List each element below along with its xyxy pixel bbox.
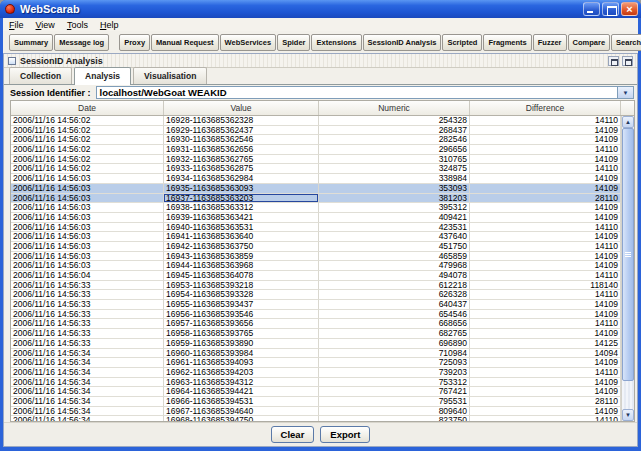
cell-difference[interactable]: 14109 [470,378,621,388]
cell-date[interactable]: 2006/11/16 14:56:03 [11,232,164,242]
cell-numeric[interactable]: 823750 [319,416,470,421]
toolbar-tab-spider[interactable]: Spider [277,34,310,51]
cell-date[interactable]: 2006/11/16 14:56:33 [11,281,164,291]
cell-value[interactable]: 16945-1163685364078 [164,271,319,281]
cell-numeric[interactable]: 654546 [319,310,470,320]
table-row[interactable]: 2006/11/16 14:56:3316953-116368539321861… [11,281,621,291]
cell-value[interactable]: 16953-1163685393218 [164,281,319,291]
toolbar-tab-webservices[interactable]: WebServices [220,34,277,51]
cell-date[interactable]: 2006/11/16 14:56:34 [11,358,164,368]
table-row[interactable]: 2006/11/16 14:56:3316954-116368539332862… [11,290,621,300]
cell-numeric[interactable]: 767421 [319,387,470,397]
cell-value[interactable]: 16962-1163685394203 [164,368,319,378]
toolbar-tab-scripted[interactable]: Scripted [442,34,482,51]
cell-difference[interactable]: 14109 [470,329,621,339]
cell-difference[interactable]: 14109 [470,213,621,223]
table-row[interactable]: 2006/11/16 14:56:0216928-116368536232825… [11,116,621,126]
cell-numeric[interactable]: 710984 [319,349,470,359]
toolbar-tab-search[interactable]: Search [611,34,641,51]
cell-date[interactable]: 2006/11/16 14:56:03 [11,194,164,204]
cell-numeric[interactable]: 381203 [319,194,470,204]
cell-value[interactable]: 16954-1163685393328 [164,290,319,300]
table-row[interactable]: 2006/11/16 14:56:3416967-116368539464080… [11,407,621,417]
cell-numeric[interactable]: 423531 [319,223,470,233]
menu-view[interactable]: View [36,20,55,30]
cell-value[interactable]: 16931-1163685362656 [164,145,319,155]
cell-numeric[interactable]: 739203 [319,368,470,378]
cell-date[interactable]: 2006/11/16 14:56:34 [11,416,164,421]
scroll-up-button[interactable]: ▲ [622,116,634,128]
cell-date[interactable]: 2006/11/16 14:56:34 [11,397,164,407]
tab-analysis[interactable]: Analysis [74,67,131,85]
cell-date[interactable]: 2006/11/16 14:56:03 [11,261,164,271]
table-row[interactable]: 2006/11/16 14:56:3416964-116368539442176… [11,387,621,397]
cell-difference[interactable]: 14109 [470,300,621,310]
cell-difference[interactable]: 14094 [470,349,621,359]
cell-difference[interactable]: 14109 [470,184,621,194]
cell-numeric[interactable]: 668656 [319,319,470,329]
cell-value[interactable]: 16941-1163685363640 [164,232,319,242]
cell-difference[interactable]: 14125 [470,339,621,349]
cell-difference[interactable]: 14110 [470,416,621,421]
cell-numeric[interactable]: 809640 [319,407,470,417]
cell-date[interactable]: 2006/11/16 14:56:03 [11,174,164,184]
cell-numeric[interactable]: 640437 [319,300,470,310]
column-header-numeric[interactable]: Numeric [319,101,470,115]
cell-numeric[interactable]: 437640 [319,232,470,242]
toolbar-tab-manual-request[interactable]: Manual Request [151,34,219,51]
cell-numeric[interactable]: 353093 [319,184,470,194]
cell-difference[interactable]: 14109 [470,232,621,242]
cell-numeric[interactable]: 324875 [319,164,470,174]
vertical-scrollbar[interactable]: ▲ ▼ [621,116,634,421]
cell-value[interactable]: 16939-1163685363421 [164,213,319,223]
clear-button[interactable]: Clear [271,426,315,443]
table-row[interactable]: 2006/11/16 14:56:0316938-116368536331239… [11,203,621,213]
toolbar-tab-proxy[interactable]: Proxy [119,34,150,51]
cell-numeric[interactable]: 465859 [319,252,470,262]
cell-difference[interactable]: 14109 [470,407,621,417]
cell-difference[interactable]: 14110 [470,164,621,174]
cell-value[interactable]: 16933-1163685362875 [164,164,319,174]
cell-date[interactable]: 2006/11/16 14:56:33 [11,329,164,339]
cell-date[interactable]: 2006/11/16 14:56:02 [11,155,164,165]
table-row[interactable]: 2006/11/16 14:56:0316942-116368536375045… [11,242,621,252]
toolbar-tab-extensions[interactable]: Extensions [311,34,361,51]
tab-visualisation[interactable]: Visualisation [133,67,207,84]
cell-value[interactable]: 16932-1163685362765 [164,155,319,165]
cell-value[interactable]: 16958-1163685393765 [164,329,319,339]
cell-difference[interactable]: 14109 [470,387,621,397]
cell-difference[interactable]: 14110 [470,116,621,126]
cell-date[interactable]: 2006/11/16 14:56:02 [11,116,164,126]
cell-value[interactable]: 16930-1163685362546 [164,135,319,145]
cell-date[interactable]: 2006/11/16 14:56:02 [11,126,164,136]
cell-value[interactable]: 16937-1163685363203 [164,194,319,204]
table-row[interactable]: 2006/11/16 14:56:3416968-116368539475082… [11,416,621,421]
cell-value[interactable]: 16966-1163685394531 [164,397,319,407]
table-row[interactable]: 2006/11/16 14:56:3316956-116368539354665… [11,310,621,320]
table-row[interactable]: 2006/11/16 14:56:0316934-116368536298433… [11,174,621,184]
toolbar-tab-compare[interactable]: Compare [568,34,611,51]
cell-date[interactable]: 2006/11/16 14:56:03 [11,184,164,194]
table-row[interactable]: 2006/11/16 14:56:0316941-116368536364043… [11,232,621,242]
cell-date[interactable]: 2006/11/16 14:56:34 [11,387,164,397]
cell-value[interactable]: 16929-1163685362437 [164,126,319,136]
cell-value[interactable]: 16961-1163685394093 [164,358,319,368]
export-button[interactable]: Export [320,426,370,443]
cell-difference[interactable]: 14110 [470,242,621,252]
cell-numeric[interactable]: 296656 [319,145,470,155]
scrollbar-thumb[interactable] [622,128,634,381]
cell-date[interactable]: 2006/11/16 14:56:34 [11,378,164,388]
table-row[interactable]: 2006/11/16 14:56:0416945-116368536407849… [11,271,621,281]
cell-value[interactable]: 16943-1163685363859 [164,252,319,262]
table-row[interactable]: 2006/11/16 14:56:0216931-116368536265629… [11,145,621,155]
cell-date[interactable]: 2006/11/16 14:56:33 [11,339,164,349]
cell-difference[interactable]: 14110 [470,271,621,281]
cell-numeric[interactable]: 696890 [319,339,470,349]
column-header-difference[interactable]: Difference [470,101,621,115]
cell-numeric[interactable]: 282546 [319,135,470,145]
toolbar-tab-sessionid-analysis[interactable]: SessionID Analysis [363,34,442,51]
cell-numeric[interactable]: 395312 [319,203,470,213]
cell-value[interactable]: 16942-1163685363750 [164,242,319,252]
scrollbar-track[interactable] [622,128,634,409]
cell-value[interactable]: 16928-1163685362328 [164,116,319,126]
